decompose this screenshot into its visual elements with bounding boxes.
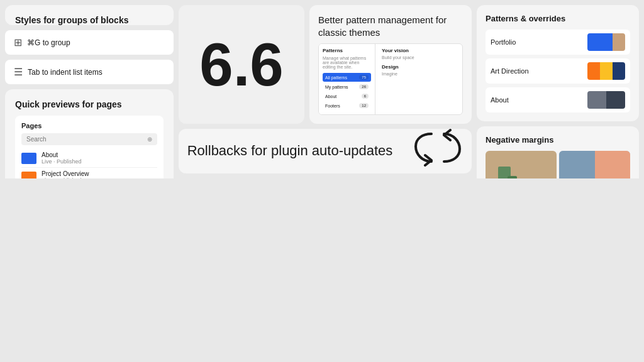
pattern-menu-footers[interactable]: Footers 12 xyxy=(323,101,371,110)
shortcut-indent: ☰ Tab to indent list items xyxy=(5,60,174,84)
pattern-row-label-3: About xyxy=(491,96,509,104)
quick-previews-card: Quick previews for pages Pages ⊕ About L… xyxy=(5,89,174,178)
shortcut-group-label: ⌘G to group xyxy=(27,38,70,47)
negative-margins-title: Negative margins xyxy=(486,135,630,145)
search-bar[interactable]: ⊕ xyxy=(21,133,157,145)
pattern-content: Your vision Build your space Design Imag… xyxy=(378,44,462,114)
pattern-row-label-2: Art Direction xyxy=(491,67,529,75)
pattern-row-label-1: Portfolio xyxy=(491,38,516,46)
page-name-1: About xyxy=(42,151,157,158)
pattern-management-title: Better pattern management for classic th… xyxy=(318,14,463,38)
pattern-thumb-1 xyxy=(587,33,625,51)
indent-icon: ☰ xyxy=(14,66,23,78)
negative-preview xyxy=(486,151,630,178)
version-number: 6.6 xyxy=(199,35,283,95)
page-thumb-2 xyxy=(21,172,36,179)
patterns-right-title: Patterns & overrides xyxy=(486,14,630,23)
page-item-1: About Live · Published xyxy=(21,149,157,168)
pattern-thumb-2 xyxy=(587,62,625,80)
pages-label: Pages xyxy=(21,122,157,129)
styles-card: Styles for groups of blocks Photography … xyxy=(5,5,174,25)
page-item-2: Project Overview Live · Published xyxy=(21,168,157,178)
neg-img1 xyxy=(486,151,557,178)
group-icon: ⊞ xyxy=(14,36,22,48)
pattern-content-text2: Imagine xyxy=(382,71,458,77)
page-thumb-1 xyxy=(21,153,36,164)
patterns-sidebar-title: Patterns xyxy=(323,48,371,53)
pattern-menu-my[interactable]: My patterns 26 xyxy=(323,82,371,91)
pattern-preview: Patterns Manage what patterns are availa… xyxy=(318,43,463,115)
search-input[interactable] xyxy=(26,136,147,143)
patterns-right-card: Patterns & overrides Portfolio Art Direc… xyxy=(477,5,639,121)
pattern-content-text: Build your space xyxy=(382,55,458,60)
pattern-menu-all[interactable]: All patterns 75 xyxy=(323,73,371,82)
pattern-menu-about[interactable]: About 6 xyxy=(323,92,371,101)
page-status-1: Live · Published xyxy=(42,158,157,165)
pattern-row-artdirection: Art Direction xyxy=(486,58,630,84)
pattern-content-heading1: Your vision xyxy=(382,48,458,53)
pattern-row-portfolio: Portfolio xyxy=(486,30,630,55)
patterns-sidebar-sub: Manage what patterns are available when … xyxy=(323,56,371,69)
pages-preview: Pages ⊕ About Live · Published Project O… xyxy=(15,116,164,178)
shortcut-group: ⊞ ⌘G to group xyxy=(5,30,174,55)
negative-margins-card: Negative margins xyxy=(477,126,639,178)
shortcut-indent-label: Tab to indent list items xyxy=(28,68,103,77)
pattern-management-card: Better pattern management for classic th… xyxy=(309,5,472,124)
neg-img2 xyxy=(559,151,630,178)
pattern-row-about: About xyxy=(486,87,630,112)
page-info-2: Project Overview Live · Published xyxy=(42,170,157,178)
page-info-1: About Live · Published xyxy=(42,151,157,165)
pattern-sidebar: Patterns Manage what patterns are availa… xyxy=(319,44,375,114)
rollbacks-card: Rollbacks for plugin auto-updates xyxy=(179,129,472,173)
page-status-2: Live · Published xyxy=(42,177,157,178)
rollbacks-title: Rollbacks for plugin auto-updates xyxy=(187,142,393,160)
search-icon: ⊕ xyxy=(147,136,152,143)
page-name-2: Project Overview xyxy=(42,170,157,177)
rollback-icon xyxy=(413,129,463,173)
version-card: 6.6 xyxy=(179,5,304,124)
styles-title: Styles for groups of blocks xyxy=(15,15,164,25)
pattern-content-heading2: Design xyxy=(382,64,458,70)
quick-previews-title: Quick previews for pages xyxy=(15,99,164,109)
pattern-thumb-3 xyxy=(587,91,625,109)
patterns-list: Portfolio Art Direction About xyxy=(486,30,630,112)
